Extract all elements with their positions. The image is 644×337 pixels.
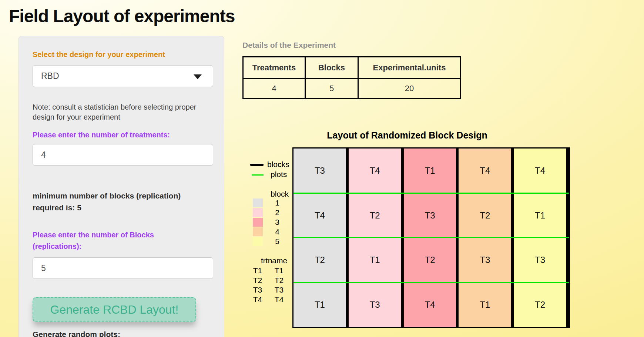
block1-label: 1 <box>271 198 284 207</box>
block2-label: 2 <box>271 208 284 217</box>
plot-cell: T4 <box>349 149 401 193</box>
trt-name: T1 <box>272 266 286 275</box>
treatments-label: Please enter the number of treatments: <box>33 129 210 141</box>
plot-cell: T2 <box>294 238 346 283</box>
blocks-input[interactable] <box>33 257 213 279</box>
random-plots-label: Generate random plots: <box>33 330 120 337</box>
plot-cell: T4 <box>514 149 566 193</box>
trtname-legend-heading: trtname <box>261 256 287 265</box>
blocks-label: Please enter the number of Blocks (repli… <box>33 229 192 252</box>
app-page: { "page": { "title": "Field Layout of ex… <box>0 0 644 337</box>
block-legend-heading: block <box>271 190 289 198</box>
plot-cell: T2 <box>459 193 511 238</box>
block3-label: 3 <box>271 218 284 227</box>
block4-label: 4 <box>271 227 284 236</box>
sidebar-panel: Select the design for your experiment RB… <box>19 36 224 337</box>
block1-swatch <box>253 198 263 207</box>
trt-code: T2 <box>251 276 264 285</box>
trt-code: T4 <box>251 295 264 304</box>
design-select-value: RBD <box>41 66 59 87</box>
plot-title: Layout of Randomized Block Design <box>255 130 559 141</box>
chevron-down-icon <box>194 74 202 79</box>
statistician-note: Note: consult a statistician before sele… <box>33 102 209 122</box>
plot-cell: T3 <box>294 149 346 193</box>
details-table: Treatments Blocks Experimental.units 4 5… <box>242 56 461 99</box>
details-header-blocks: Blocks <box>305 57 358 79</box>
plot-cell: T4 <box>404 283 456 327</box>
plot-divider-line <box>294 193 569 194</box>
plot-cell: T1 <box>294 283 346 327</box>
block3-swatch <box>253 218 263 227</box>
treatments-input[interactable] <box>33 144 213 166</box>
plot-cell: T2 <box>404 238 456 283</box>
trt-name: T3 <box>272 286 286 294</box>
plot-cell: T4 <box>294 193 346 238</box>
block5-label: 5 <box>271 237 284 246</box>
block5-swatch <box>253 237 263 246</box>
plot-divider-line <box>294 282 569 283</box>
plots-line-swatch <box>252 174 264 176</box>
plot-cell: T3 <box>349 283 401 327</box>
details-heading: Details of the Experiment <box>242 41 336 50</box>
generate-layout-button[interactable]: Generate RCBD Layout! <box>33 297 196 322</box>
plot-cell: T4 <box>459 149 511 193</box>
block4-swatch <box>253 227 263 236</box>
plot-cell: T1 <box>459 283 511 327</box>
plot-cell: T2 <box>349 193 401 238</box>
trt-code: T3 <box>251 286 264 294</box>
trt-name: T2 <box>272 276 286 285</box>
plot-cell: T1 <box>349 238 401 283</box>
plot-cell: T1 <box>404 149 456 193</box>
plot-cell: T3 <box>514 238 566 283</box>
details-value-treatments: 4 <box>243 79 305 99</box>
page-title: Field Layout of experiments <box>9 6 235 26</box>
block2-swatch <box>253 208 263 217</box>
plot-divider-line <box>294 237 569 238</box>
blocks-line-swatch <box>250 164 264 166</box>
plots-line-label: plots <box>271 170 287 179</box>
min-blocks-text: minimum number of blocks (replication) r… <box>33 190 205 214</box>
trt-name: T4 <box>272 295 286 304</box>
trt-code: T1 <box>251 266 264 275</box>
design-select[interactable]: RBD <box>33 65 213 87</box>
plot-cell: T1 <box>514 193 566 238</box>
plot-cell: T2 <box>514 283 566 327</box>
design-select-label: Select the design for your experiment <box>33 50 165 59</box>
blocks-line-label: blocks <box>267 160 289 169</box>
details-header-units: Experimental.units <box>358 57 461 79</box>
details-value-blocks: 5 <box>305 79 358 99</box>
plot-cell: T3 <box>459 238 511 283</box>
details-header-row: Treatments Blocks Experimental.units <box>243 57 461 79</box>
plot-cell: T3 <box>404 193 456 238</box>
details-value-row: 4 5 20 <box>243 79 461 99</box>
details-header-treatments: Treatments <box>243 57 305 79</box>
details-value-units: 20 <box>358 79 461 99</box>
layout-grid: T3 T4 T2 T1 T4 T2 T1 T3 T1 T3 T2 T4 T4 T… <box>292 147 570 328</box>
